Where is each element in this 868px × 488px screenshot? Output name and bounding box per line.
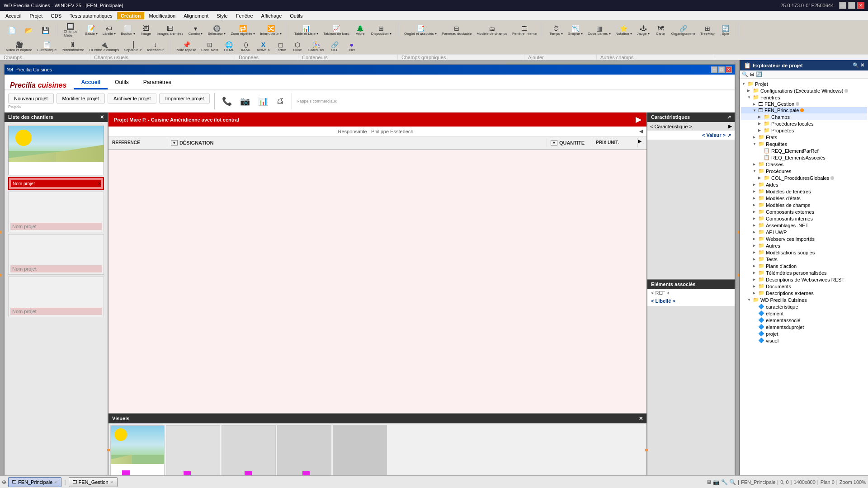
tree-documents[interactable]: ▶ 📁 Documents bbox=[741, 283, 867, 290]
tree-visuel[interactable]: 🔷 visuel bbox=[741, 337, 867, 344]
subheader-icon[interactable]: ◀ bbox=[639, 128, 643, 134]
icon-camera[interactable]: 📷 bbox=[237, 95, 253, 107]
taskbar-fen-principale[interactable]: 🗔 FEN_Principale ✕ bbox=[8, 477, 61, 487]
tree-configurations[interactable]: ▶ 📁 Configurations (Exécutable Windows) bbox=[741, 87, 867, 94]
tb-code-barres[interactable]: ▥ Code-barres ▾ bbox=[585, 24, 613, 37]
tb-video[interactable]: 🎥 Vidéo et capture bbox=[4, 40, 34, 53]
tree-col-procedures[interactable]: ▶ 📁 COL_ProcéduresGlobales bbox=[741, 174, 867, 181]
tb-onglet[interactable]: 📑 Onglet et associés ▾ bbox=[402, 24, 439, 37]
tb-graphe[interactable]: 📉 Graphe ▾ bbox=[566, 24, 585, 37]
tree-projet-item[interactable]: 🔷 projet bbox=[741, 330, 867, 337]
tb-arbre[interactable]: 🌲 Arbre bbox=[352, 24, 368, 37]
tb-treemap[interactable]: ⊞ TreeMap bbox=[698, 24, 717, 37]
nav-accueil[interactable]: Accueil bbox=[74, 76, 108, 89]
tree-aides[interactable]: ▶ 📁 Aides bbox=[741, 181, 867, 188]
tb-libelle[interactable]: 🏷 Libellé ▾ bbox=[100, 24, 118, 37]
tb-carte[interactable]: 🗺 Carte bbox=[652, 24, 669, 37]
project-card-2[interactable]: Nom projet bbox=[8, 234, 104, 275]
app-minimize-button[interactable]: ─ bbox=[711, 66, 717, 73]
menu-accueil[interactable]: Accueil bbox=[2, 12, 25, 19]
visual-thumb-3[interactable] bbox=[277, 425, 331, 481]
tree-proprietes[interactable]: ▶ 📁 Propriétés bbox=[741, 127, 867, 134]
tb-carrousel[interactable]: 🎠 Carrousel bbox=[306, 40, 326, 53]
tb-ascenseur[interactable]: ↕ Ascenseur bbox=[145, 40, 166, 53]
tree-webservices[interactable]: ▶ 📁 Webservices importés bbox=[741, 235, 867, 242]
tree-champs[interactable]: ▶ 📁 Champs bbox=[741, 113, 867, 120]
left-panel-close-icon[interactable]: ✕ bbox=[100, 114, 104, 120]
app-maximize-button[interactable]: □ bbox=[718, 66, 725, 73]
project-header-close[interactable]: ▶ bbox=[636, 115, 641, 124]
tree-elementsduprojet[interactable]: 🔷 elementsduprojet bbox=[741, 324, 867, 330]
visual-thumb-1[interactable] bbox=[166, 425, 220, 481]
icon-phone[interactable]: 📞 bbox=[219, 95, 235, 107]
app-close-button[interactable]: ✕ bbox=[726, 66, 732, 73]
tb-dotnet[interactable]: ● .Net bbox=[344, 40, 360, 53]
filter-icon[interactable]: ⊞ bbox=[750, 71, 754, 77]
project-card-1[interactable]: Nom projet bbox=[8, 192, 104, 232]
tb-cube[interactable]: ⬡ Cube bbox=[289, 40, 306, 53]
tree-element[interactable]: 🔷 element bbox=[741, 310, 867, 317]
nav-parametres[interactable]: Paramètres bbox=[136, 76, 179, 89]
tree-composants-int[interactable]: ▶ 📁 Composants internes bbox=[741, 215, 867, 222]
tree-req-element-par-ref[interactable]: 📋 REQ_ElementParRef bbox=[741, 147, 867, 154]
tb-notation[interactable]: ⭐ Notation ▾ bbox=[613, 24, 634, 37]
tree-etats[interactable]: ▶ 📁 Etats bbox=[741, 134, 867, 141]
project-card-0[interactable] bbox=[8, 126, 104, 175]
nouveau-projet-button[interactable]: Nouveau projet bbox=[8, 94, 54, 103]
explorer-close-icon[interactable]: ✕ bbox=[860, 62, 864, 68]
close-button[interactable]: ✕ bbox=[857, 2, 864, 9]
minimize-button[interactable]: ─ bbox=[839, 2, 846, 9]
tb-interrupteur[interactable]: 🔀 Interrupteur ▾ bbox=[258, 24, 284, 37]
nav-outils[interactable]: Outils bbox=[108, 76, 136, 89]
tb-save-button[interactable]: 💾 bbox=[37, 26, 53, 35]
tb-modele-champs[interactable]: 🗂 Modèle de champs bbox=[474, 24, 509, 37]
tree-fenetres[interactable]: ▼ 📁 Fenêtres bbox=[741, 94, 867, 101]
archiver-projet-button[interactable]: Archiver le projet bbox=[108, 94, 157, 103]
tb-saisie[interactable]: 📝 Saisie ▾ bbox=[83, 24, 100, 37]
charact-nav[interactable]: < Caractéristique > ▶ bbox=[647, 122, 735, 131]
tb-ole[interactable]: 🔗 OLE bbox=[327, 40, 343, 53]
visuals-resize-left[interactable] bbox=[107, 449, 110, 451]
visual-thumb-2[interactable] bbox=[222, 425, 276, 481]
tree-classes[interactable]: ▶ 📁 Classes bbox=[741, 161, 867, 168]
project-card-3[interactable]: Nom projet bbox=[8, 277, 104, 317]
menu-gds[interactable]: GDS bbox=[47, 12, 65, 19]
imprimer-projet-button[interactable]: Imprimer le projet bbox=[159, 94, 210, 103]
tb-combo[interactable]: ▾ Combo ▾ bbox=[186, 24, 205, 37]
tb-potentiometre[interactable]: 🎚 Potentiomètre bbox=[59, 40, 86, 53]
icon-chart[interactable]: 📊 bbox=[255, 95, 271, 107]
tree-caracteristique[interactable]: 🔷 caractéristique bbox=[741, 303, 867, 310]
tree-procedures[interactable]: ▼ 📁 Procédures bbox=[741, 168, 867, 174]
menu-projet[interactable]: Projet bbox=[26, 12, 46, 19]
tb-selecteur[interactable]: 🔘 Sélecteur ▾ bbox=[205, 24, 228, 37]
tb-bouton[interactable]: ⬜ Bouton ▾ bbox=[118, 24, 137, 37]
status-icon2[interactable]: 📷 bbox=[713, 479, 720, 485]
tree-fen-gestion[interactable]: ▶ 🗔 FEN_Gestion bbox=[741, 101, 867, 107]
task-close-icon2[interactable]: ✕ bbox=[110, 480, 113, 484]
explorer-search-icon[interactable]: 🔍 bbox=[853, 62, 859, 68]
tree-descriptions-ext[interactable]: ▶ 📁 Descriptions externes bbox=[741, 290, 867, 296]
tree-requetes[interactable]: ▼ 📁 Requêtes bbox=[741, 141, 867, 147]
tb-activex[interactable]: X Active X bbox=[255, 40, 272, 53]
tb-temps[interactable]: ⏱ Temps ▾ bbox=[547, 24, 565, 37]
tb-xaml[interactable]: ⟨⟩ XAML bbox=[238, 40, 254, 53]
tb-new-button[interactable]: 📄 bbox=[4, 26, 20, 35]
tb-tableau-bord[interactable]: 📈 Tableau de bord bbox=[321, 24, 351, 37]
tb-disposition[interactable]: ⊞ Disposition ▾ bbox=[369, 24, 394, 37]
tb-note[interactable]: 📌 Note reposé bbox=[174, 40, 198, 53]
tree-api-uwp[interactable]: ▶ 📁 API UWP bbox=[741, 229, 867, 235]
tree-fen-principale[interactable]: ▼ 🗔 FEN_Principale bbox=[741, 107, 867, 113]
status-icon4[interactable]: 🔍 bbox=[729, 479, 736, 485]
menu-affichage[interactable]: Affichage bbox=[258, 12, 286, 19]
tb-bureautique[interactable]: 📄 Bureautique bbox=[35, 40, 59, 53]
tree-telemetries[interactable]: ▶ 📁 Télémétries personnalisées bbox=[741, 269, 867, 276]
menu-tests[interactable]: Tests automatiques bbox=[66, 12, 116, 19]
status-icon3[interactable]: 🔧 bbox=[721, 479, 728, 485]
menu-style[interactable]: Style bbox=[213, 12, 231, 19]
tb-fil-2-champs[interactable]: 🔌 Fil entre 2 champs bbox=[87, 40, 121, 53]
tb-champs-metier[interactable]: 🔲 ChampsMétier bbox=[61, 22, 80, 39]
menu-modification[interactable]: Modification bbox=[145, 12, 179, 19]
visuals-resize-right[interactable] bbox=[645, 449, 648, 451]
tree-modeles-champs[interactable]: ▶ 📁 Modèles de champs bbox=[741, 202, 867, 208]
tree-assemblages-net[interactable]: ▶ 📁 Assemblages .NET bbox=[741, 222, 867, 229]
